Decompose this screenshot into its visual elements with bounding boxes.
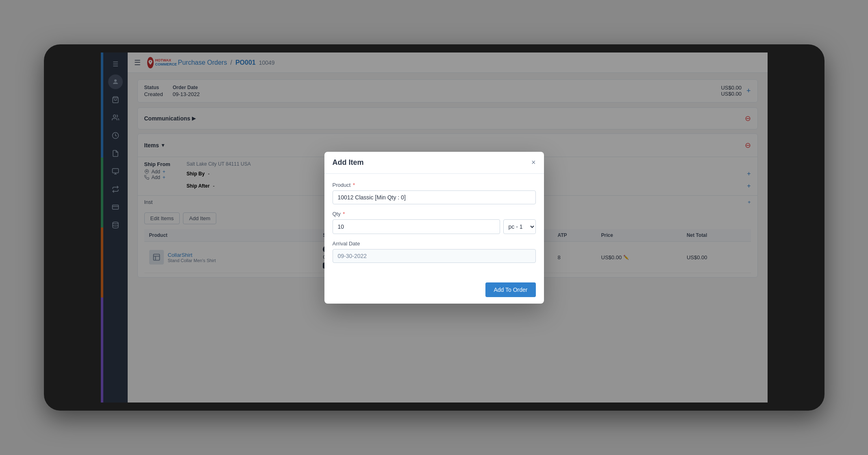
qty-row: pc - 1 pc - 2 box - 1 (333, 219, 536, 234)
modal-title: Add Item (333, 158, 364, 167)
add-to-order-button[interactable]: Add To Order (485, 282, 535, 297)
screen: ☰ (101, 52, 768, 402)
qty-label: Qty * (333, 211, 536, 217)
arrival-date-form-group: Arrival Date (333, 241, 536, 263)
device-frame: ☰ (44, 44, 824, 411)
add-item-modal: Add Item × Product * Qty (324, 152, 544, 304)
product-input[interactable] (333, 190, 536, 204)
qty-form-group: Qty * pc - 1 pc - 2 box - 1 (333, 211, 536, 234)
modal-close-button[interactable]: × (531, 158, 536, 167)
modal-overlay: Add Item × Product * Qty (101, 52, 768, 402)
unit-select[interactable]: pc - 1 pc - 2 box - 1 (503, 219, 536, 234)
product-label: Product * (333, 182, 536, 188)
qty-required-marker: * (343, 211, 345, 217)
modal-footer: Add To Order (324, 278, 544, 304)
arrival-date-label: Arrival Date (333, 241, 536, 247)
modal-header: Add Item × (324, 152, 544, 174)
qty-input[interactable] (333, 219, 500, 234)
modal-body: Product * Qty * pc - 1 (324, 174, 544, 278)
arrival-date-input[interactable] (333, 249, 536, 263)
product-form-group: Product * (333, 182, 536, 204)
product-required-marker: * (353, 182, 355, 188)
